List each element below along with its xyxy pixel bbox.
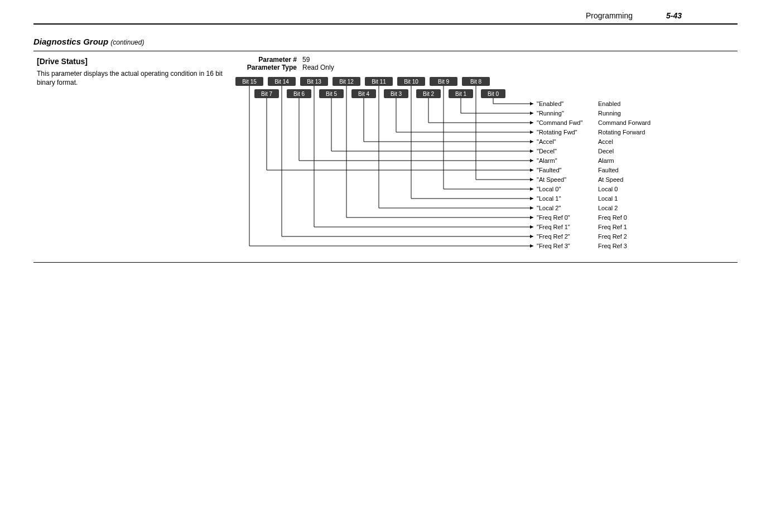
- group-suffix: (continued): [110, 38, 144, 46]
- bit-description: Enabled: [598, 100, 620, 107]
- parameter-left-panel: [Drive Status] This parameter displays t…: [33, 55, 235, 262]
- bit-description: Accel: [598, 138, 613, 145]
- parameter-description: This parameter displays the actual opera…: [37, 69, 224, 87]
- bit-chip-top-label: Bit 11: [372, 79, 386, 85]
- bit-description: Local 0: [598, 186, 618, 192]
- bit-label: "Accel": [537, 138, 556, 145]
- param-type-value: Read Only: [302, 64, 334, 71]
- bit-chip-bottom-label: Bit 2: [423, 91, 434, 97]
- bit-description: At Speed: [598, 176, 623, 183]
- bit-label: "At Speed": [537, 176, 566, 183]
- bit-description: Freq Ref 0: [598, 214, 627, 221]
- bit-description: Local 1: [598, 195, 618, 202]
- bit-label: "Local 0": [537, 186, 561, 192]
- bit-wire: [282, 86, 533, 236]
- bit-description: Command Forward: [598, 119, 650, 126]
- bit-wire: [314, 86, 533, 227]
- bit-description: Running: [598, 110, 621, 117]
- bit-description: Local 2: [598, 205, 618, 211]
- bit-chip-bottom-label: Bit 4: [358, 91, 369, 97]
- bit-wire: [364, 98, 533, 142]
- bit-chip-top-label: Bit 10: [404, 79, 418, 85]
- parameter-meta: Parameter # 59 Parameter Type Read Only: [235, 56, 738, 71]
- bit-label: "Faulted": [537, 167, 562, 173]
- bit-label: "Alarm": [537, 157, 557, 164]
- page-header: Programming 5-43: [33, 0, 738, 25]
- bit-label: "Rotating Fwd": [537, 129, 577, 136]
- parameter-block: [Drive Status] This parameter displays t…: [33, 51, 738, 263]
- bit-chip-bottom-label: Bit 6: [293, 91, 305, 97]
- bit-wire: [249, 86, 533, 246]
- bit-chip-top-label: Bit 15: [242, 79, 257, 85]
- bit-description: Faulted: [598, 167, 619, 173]
- bit-label: "Enabled": [537, 100, 563, 107]
- bit-label: "Local 2": [537, 205, 561, 211]
- group-name: Diagnostics Group: [33, 37, 108, 46]
- bit-description: Decel: [598, 148, 614, 154]
- bit-wire: [476, 86, 533, 180]
- bit-label: "Freq Ref 1": [537, 224, 570, 230]
- bit-chip-bottom-label: Bit 7: [261, 91, 272, 97]
- param-type-label: Parameter Type: [235, 64, 302, 71]
- bit-label: "Freq Ref 2": [537, 233, 570, 240]
- bit-description: Freq Ref 1: [598, 224, 627, 230]
- bit-wire: [461, 98, 533, 113]
- bit-description: Rotating Forward: [598, 129, 645, 136]
- bit-chip-bottom-label: Bit 0: [488, 91, 499, 97]
- bit-chip-top-label: Bit 8: [470, 79, 481, 85]
- page-number: 5-43: [666, 11, 682, 20]
- bit-wire: [331, 98, 533, 151]
- bit-chip-bottom-label: Bit 5: [326, 91, 337, 97]
- bit-label: "Freq Ref 0": [537, 214, 570, 221]
- bit-wire: [267, 98, 533, 170]
- bit-wire: [396, 98, 533, 132]
- bit-diagram: Bit 15Bit 14Bit 13Bit 12Bit 11Bit 10Bit …: [235, 76, 738, 260]
- bit-chip-bottom-label: Bit 1: [455, 91, 466, 97]
- param-number-value: 59: [302, 56, 310, 64]
- bit-description: Freq Ref 2: [598, 233, 627, 240]
- param-number-label: Parameter #: [235, 56, 302, 64]
- parameter-right-panel: Parameter # 59 Parameter Type Read Only …: [235, 55, 738, 262]
- bit-chip-top-label: Bit 9: [438, 79, 449, 85]
- bit-label: "Running": [537, 110, 564, 117]
- bit-description: Alarm: [598, 157, 614, 164]
- bit-label: "Local 1": [537, 195, 561, 202]
- bit-wire: [411, 86, 533, 199]
- group-title: Diagnostics Group (continued): [33, 37, 738, 46]
- bit-wire: [428, 98, 533, 123]
- bit-description: Freq Ref 3: [598, 243, 627, 249]
- bit-label: "Command Fwd": [537, 119, 582, 126]
- bit-chip-top-label: Bit 12: [339, 79, 354, 85]
- bit-wire: [379, 86, 533, 208]
- parameter-name: [Drive Status]: [37, 57, 224, 66]
- bit-wire: [346, 86, 533, 217]
- bit-wire: [493, 98, 533, 104]
- chapter-title: Programming: [586, 11, 633, 20]
- bit-chip-bottom-label: Bit 3: [391, 91, 402, 97]
- bit-label: "Freq Ref 3": [537, 243, 570, 249]
- bit-label: "Decel": [537, 148, 557, 154]
- bit-wire: [444, 86, 533, 189]
- bit-chip-top-label: Bit 13: [307, 79, 321, 85]
- bit-chip-top-label: Bit 14: [274, 79, 289, 85]
